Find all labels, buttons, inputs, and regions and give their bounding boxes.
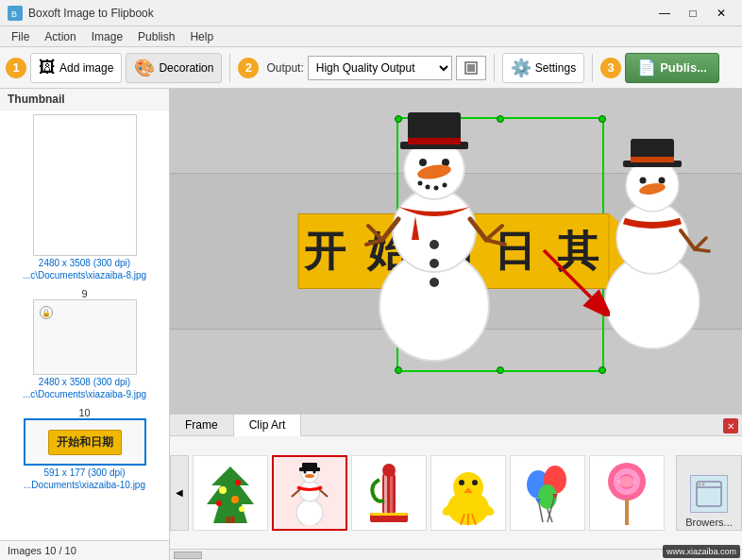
svg-point-42: [219, 486, 227, 494]
menu-image[interactable]: Image: [84, 28, 130, 45]
image-count-status: Images 10 / 10: [0, 540, 169, 560]
clipart-item-lollipop[interactable]: [589, 455, 665, 531]
svg-marker-40: [207, 467, 254, 523]
thumb-info-9a: 2480 x 3508 (300 dpi): [39, 377, 130, 387]
clipart-item-balloons[interactable]: [510, 455, 585, 531]
svg-point-45: [216, 501, 222, 506]
menu-publish[interactable]: Publish: [130, 28, 182, 45]
decoration-label: Decoration: [159, 61, 213, 75]
canvas-viewport[interactable]: 开 始 和 日 其: [170, 89, 742, 414]
settings-icon: ⚙️: [511, 58, 531, 78]
svg-point-60: [382, 464, 396, 477]
thumb-info-9b: ...c\Documents\xiazaiba-9.jpg: [23, 389, 146, 399]
svg-line-37: [695, 249, 709, 251]
close-button[interactable]: ✕: [708, 3, 734, 24]
svg-point-43: [235, 480, 241, 485]
svg-line-24: [486, 226, 502, 240]
scroll-left-button[interactable]: ◀: [170, 455, 189, 531]
window-controls: — □ ✕: [651, 3, 734, 24]
svg-point-15: [434, 186, 439, 191]
clipart-item-snowman[interactable]: [272, 455, 347, 531]
close-bottom-panel-button[interactable]: ✕: [723, 418, 738, 433]
maximize-button[interactable]: □: [680, 3, 706, 24]
publish-button[interactable]: 📄 Publis...: [625, 53, 719, 83]
step-3-badge: 3: [600, 58, 621, 78]
svg-line-39: [544, 250, 591, 297]
svg-rect-9: [408, 138, 461, 144]
thumbnail-item-10[interactable]: 10 开始和日期 591 x 177 (300 dpi) ...Document…: [4, 407, 165, 490]
title-bar: B Boxoft Image to Flipbook — □ ✕: [0, 0, 742, 26]
menu-action[interactable]: Action: [37, 28, 83, 45]
svg-point-46: [239, 506, 245, 512]
svg-point-87: [699, 483, 701, 485]
thumb-num-10: 10: [78, 407, 90, 418]
toolbar: 1 🖼 Add image 🎨 Decoration 2 Output: Hig…: [0, 47, 742, 89]
thumbnail-list: 2480 x 3508 (300 dpi) ...c\Documents\xia…: [0, 110, 169, 540]
menu-bar: File Action Image Publish Help: [0, 26, 742, 47]
svg-point-88: [702, 483, 705, 485]
svg-point-13: [418, 181, 423, 186]
clipart-item-chick[interactable]: [430, 455, 506, 531]
thumb-num-9: 9: [81, 288, 87, 299]
svg-point-17: [430, 240, 439, 249]
svg-rect-59: [390, 470, 393, 518]
svg-point-27: [616, 202, 688, 274]
thumb-info-10a: 591 x 177 (300 dpi): [43, 467, 125, 478]
output-settings-button[interactable]: [456, 56, 486, 80]
browsers-icon: [690, 475, 728, 513]
svg-rect-58: [384, 470, 387, 518]
horizontal-scrollbar[interactable]: [170, 549, 742, 560]
svg-line-21: [368, 226, 382, 240]
publish-label: Publis...: [660, 60, 707, 75]
svg-point-53: [312, 470, 315, 473]
svg-rect-51: [302, 463, 317, 470]
svg-rect-62: [370, 513, 408, 516]
add-image-label: Add image: [59, 61, 113, 75]
thumbnail-item-9[interactable]: 9 🔒 2480 x 3508 (300 dpi) ...c\Documents…: [4, 288, 165, 399]
thumb-info-8a: 2480 x 3508 (300 dpi): [39, 258, 130, 268]
tab-frame[interactable]: Frame: [170, 415, 234, 435]
settings-label: Settings: [535, 61, 576, 75]
clipart-row: [189, 451, 676, 535]
decoration-button[interactable]: 🎨 Decoration: [126, 53, 222, 83]
svg-point-10: [419, 159, 427, 166]
svg-rect-41: [226, 517, 235, 523]
svg-line-36: [695, 238, 706, 249]
settings-button[interactable]: ⚙️ Settings: [502, 53, 584, 83]
menu-file[interactable]: File: [4, 28, 37, 45]
svg-point-33: [659, 178, 666, 184]
svg-line-22: [366, 240, 382, 245]
main-area: Thumbnail 2480 x 3508 (300 dpi) ...c\Doc…: [0, 89, 742, 560]
svg-point-52: [303, 470, 306, 473]
svg-point-14: [426, 185, 430, 190]
output-label: Output:: [266, 61, 303, 75]
minimize-button[interactable]: —: [651, 3, 678, 24]
publish-icon: 📄: [637, 59, 656, 76]
add-image-button[interactable]: 🖼 Add image: [30, 53, 122, 83]
step-1-badge: 1: [6, 58, 26, 78]
svg-point-18: [430, 259, 439, 268]
svg-point-65: [459, 480, 464, 485]
add-image-icon: 🖼: [39, 58, 56, 77]
step-2-badge: 2: [238, 58, 259, 78]
thumbnail-item-8[interactable]: 2480 x 3508 (300 dpi) ...c\Documents\xia…: [4, 114, 165, 280]
output-select[interactable]: High Quality Output Medium Quality Outpu…: [308, 56, 452, 80]
svg-point-44: [231, 496, 239, 503]
menu-help[interactable]: Help: [182, 28, 221, 45]
separator-1: [229, 54, 230, 82]
window-title: Boxoft Image to Flipbook: [28, 7, 154, 20]
app-icon: B: [8, 6, 23, 21]
clipart-item-tree[interactable]: [193, 455, 268, 531]
separator-3: [592, 54, 593, 82]
svg-rect-31: [631, 157, 674, 162]
browsers-button[interactable]: Browers...: [676, 455, 742, 531]
snowman-main: [359, 108, 510, 365]
svg-point-47: [296, 500, 323, 525]
bottom-panel: Frame Clip Art ✕ ◀: [170, 414, 742, 560]
separator-2: [494, 54, 495, 82]
clipart-item-candy[interactable]: [351, 455, 427, 531]
svg-point-32: [640, 178, 647, 184]
svg-point-66: [472, 480, 478, 485]
decoration-icon: 🎨: [134, 58, 155, 78]
tab-clipart[interactable]: Clip Art: [234, 415, 302, 436]
